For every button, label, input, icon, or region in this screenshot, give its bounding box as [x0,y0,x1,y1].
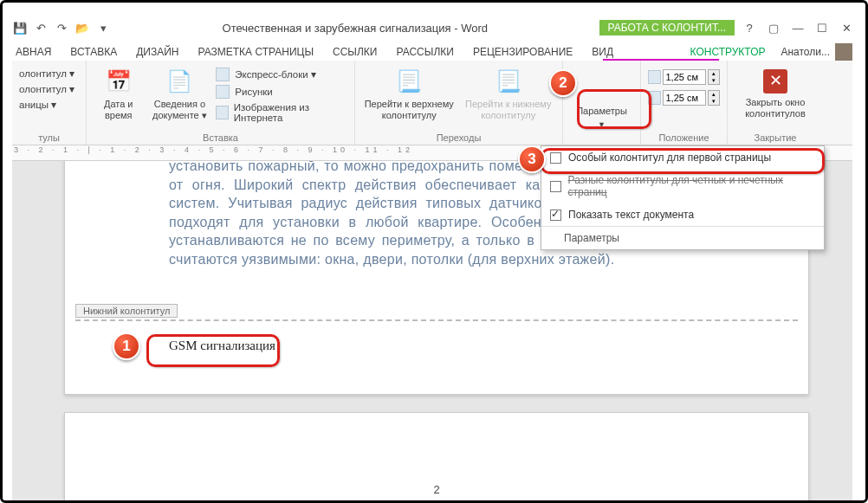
qat-customize-icon[interactable]: ▾ [95,20,111,35]
contextual-tab-header: РАБОТА С КОЛОНТИТ... [599,20,735,35]
footer-from-bottom-spinner[interactable]: ▴▾ [648,90,720,106]
minimize-icon[interactable]: — [792,22,804,34]
group-navigation: 📃 Перейти к верхнему колонтитулу 📃 Перей… [355,61,563,145]
footer-button[interactable]: олонтитул ▾ [19,83,79,95]
ribbon-tabs: АВНАЯ ВСТАВКА ДИЗАЙН РАЗМЕТКА СТРАНИЦЫ С… [12,40,852,61]
document-info-button[interactable]: 📄 Сведения о документе ▾ [148,64,211,131]
checkbox-icon[interactable] [550,181,561,192]
tab-review[interactable]: РЕЦЕНЗИРОВАНИЕ [470,43,576,61]
page-2: 2 [64,412,809,500]
checkbox-checked-icon[interactable] [550,210,561,221]
option-show-document-text[interactable]: Показать текст документа [541,203,824,226]
tab-insert[interactable]: ВСТАВКА [67,43,120,61]
doc-up-icon: 📃 [395,68,423,95]
doc-info-icon: 📄 [165,68,193,95]
tab-home[interactable]: АВНАЯ [12,43,55,61]
tab-design[interactable]: ДИЗАЙН [133,43,182,61]
quickparts-icon [216,68,230,81]
header-from-top-input[interactable] [663,69,706,85]
open-icon[interactable]: 📂 [74,20,90,35]
quick-access-toolbar: 💾 ↶ ↷ 📂 ▾ [12,20,111,35]
group-header-footer: олонтитул ▾ олонтитул ▾ аницы ▾ тулы [12,61,87,145]
ribbon: олонтитул ▾ олонтитул ▾ аницы ▾ тулы 📅 Д… [12,61,852,145]
callout-1: 1 [113,332,140,360]
online-pictures-button[interactable]: Изображения из Интернета [216,102,347,123]
calendar-icon: 📅 [105,68,133,95]
avatar [835,43,852,61]
save-icon[interactable]: 💾 [12,20,28,35]
globe-icon [216,106,229,119]
page-number: 2 [65,483,808,496]
pictures-button[interactable]: Рисунки [216,85,347,99]
margin-top-icon [648,70,661,84]
header-button[interactable]: олонтитул ▾ [19,68,79,80]
document-title: Отечественная и зарубежная сигнализация … [111,22,599,35]
tab-mailings[interactable]: РАССЫЛКИ [392,43,457,61]
group-label: Вставка [94,131,347,143]
undo-icon[interactable]: ↶ [33,20,49,35]
highlight-box-1 [146,334,280,367]
group-close: ✕ Закрыть окно колонтитулов Закрытие [728,61,823,145]
group-position: ▴▾ ▴▾ Положение [641,61,728,145]
dropdown-footer: Параметры [541,226,824,249]
date-time-button[interactable]: 📅 Дата и время [94,64,143,131]
quick-parts-button[interactable]: Экспресс-блоки ▾ [216,68,347,81]
picture-icon [216,85,230,99]
account-menu[interactable]: Анатоли... [781,43,852,61]
doc-down-icon: 📃 [495,68,522,95]
callout-2: 2 [549,69,577,97]
group-insert: 📅 Дата и время 📄 Сведения о документе ▾ … [87,61,355,145]
header-from-top-spinner[interactable]: ▴▾ [648,69,720,85]
page-number-button[interactable]: аницы ▾ [19,99,79,111]
ribbon-options-icon[interactable]: ▢ [768,22,780,34]
close-icon[interactable]: ✕ [840,22,852,34]
group-label: Переходы [362,131,555,143]
maximize-icon[interactable]: ☐ [816,22,828,34]
group-label: Закрытие [735,131,816,143]
redo-icon[interactable]: ↷ [54,20,69,35]
close-x-icon: ✕ [763,69,787,94]
footer-separator [75,319,798,321]
group-label: Положение [648,131,720,143]
goto-header-button[interactable]: 📃 Перейти к верхнему колонтитулу [362,64,457,131]
tab-constructor[interactable]: КОНСТРУКТОР [687,43,769,61]
footer-label-tab: Нижний колонтитул [75,304,178,318]
tab-view[interactable]: ВИД [588,43,617,61]
option-different-odd-even[interactable]: Разные колонтитулы для четных и нечетных… [541,169,824,203]
highlight-box-3 [541,148,825,174]
close-header-footer-button[interactable]: ✕ Закрыть окно колонтитулов [735,64,816,131]
title-bar: 💾 ↶ ↷ 📂 ▾ Отечественная и зарубежная сиг… [12,16,852,40]
callout-3: 3 [518,145,546,173]
group-label: тулы [19,131,79,143]
highlight-box-2 [577,89,651,129]
user-name: Анатоли... [781,46,830,58]
footer-from-bottom-input[interactable] [663,90,706,106]
goto-footer-button: 📃 Перейти к нижнему колонтитулу [462,64,556,131]
tab-page-layout[interactable]: РАЗМЕТКА СТРАНИЦЫ [194,43,317,61]
tab-references[interactable]: ССЫЛКИ [329,43,380,61]
help-icon[interactable]: ? [743,22,755,34]
